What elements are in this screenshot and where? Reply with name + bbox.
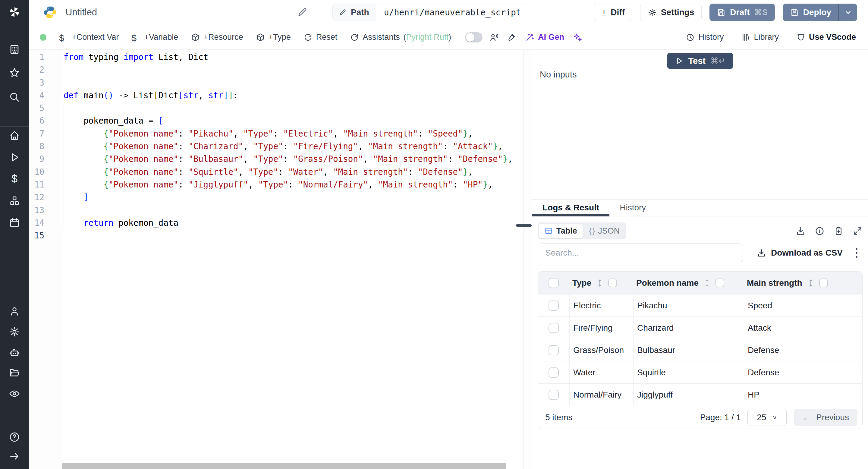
format-brush-icon[interactable] (507, 33, 516, 42)
code-lines[interactable]: from typing import List, Dictdef main() … (62, 50, 524, 469)
path-value[interactable]: u/henri/maneuverable_script (376, 4, 529, 21)
select-all-checkbox[interactable] (549, 278, 559, 288)
assistants-status: Pyright Ruff (406, 33, 448, 41)
resources-cubes-icon[interactable] (8, 194, 21, 208)
sparkles-icon[interactable] (572, 33, 582, 42)
code-line[interactable] (64, 63, 524, 76)
column-pin-checkbox[interactable] (715, 279, 724, 287)
view-json-button[interactable]: JSON (584, 224, 625, 238)
download-result-icon[interactable] (796, 226, 806, 236)
code-line[interactable]: return pokemon_data (64, 216, 524, 229)
add-variable-button[interactable]: +Variable (131, 33, 178, 42)
table-cell: Normal/Fairy (569, 384, 633, 406)
code-line[interactable]: pokemon_data = [ (64, 114, 524, 127)
path-field[interactable]: Path u/henri/maneuverable_script (333, 4, 529, 21)
code-line[interactable]: {"Pokemon name": "Pikachu", "Type": "Ele… (64, 127, 524, 140)
page-info: Page: 1 / 1 (700, 413, 741, 422)
items-count: 5 items (545, 413, 572, 422)
column-header[interactable]: Type (569, 278, 633, 288)
reset-button[interactable]: Reset (304, 33, 338, 42)
settings-gear-icon[interactable] (8, 325, 21, 339)
code-line[interactable] (64, 101, 524, 114)
code-line[interactable]: {"Pokemon name": "Jigglypuff", "Type": "… (64, 178, 524, 191)
page-size-select[interactable]: 25 ∨ (747, 409, 786, 426)
code-line[interactable]: {"Pokemon name": "Bulbasaur", "Type": "G… (64, 153, 524, 165)
info-icon[interactable] (815, 226, 825, 236)
workspace-building-icon[interactable] (8, 43, 21, 56)
line-number: 11 (29, 178, 62, 191)
column-pin-checkbox[interactable] (819, 279, 828, 287)
multiplayer-toggle[interactable] (465, 32, 483, 42)
table-row[interactable]: Grass/PoisonBulbasaurDefense (538, 339, 862, 361)
panel-splitter[interactable] (524, 50, 532, 469)
add-resource-button[interactable]: +Resource (191, 33, 243, 42)
table-cell: Bulbasaur (633, 339, 744, 361)
history-button[interactable]: History (686, 33, 724, 42)
tab-history[interactable]: History (610, 199, 656, 216)
row-checkbox[interactable] (549, 345, 559, 355)
previous-page-button[interactable]: Previous (794, 409, 858, 426)
add-context-var-button[interactable]: +Context Var (59, 33, 119, 42)
windmill-logo-icon[interactable] (8, 5, 21, 19)
expand-fullscreen-icon[interactable] (852, 226, 863, 236)
column-pin-checkbox[interactable] (608, 279, 617, 287)
row-checkbox[interactable] (549, 301, 559, 311)
splitter-drag-handle[interactable] (516, 224, 532, 227)
search-input[interactable] (538, 244, 743, 262)
variables-dollar-icon[interactable]: $ (8, 173, 21, 186)
row-checkbox[interactable] (549, 368, 559, 378)
user-icon[interactable] (8, 305, 21, 318)
code-line[interactable]: {"Pokemon name": "Squirtle", "Type": "Wa… (64, 165, 524, 178)
schedules-calendar-icon[interactable] (8, 216, 21, 229)
code-line[interactable] (64, 229, 524, 242)
sort-icon[interactable] (595, 278, 604, 288)
expand-sidebar-arrow-icon[interactable] (8, 450, 21, 463)
favorites-star-icon[interactable] (8, 66, 21, 79)
table-menu-kebab[interactable] (850, 246, 863, 259)
view-table-button[interactable]: Table (539, 224, 583, 238)
code-line[interactable]: def main() -> List[Dict[str, str]]: (64, 89, 524, 101)
audit-eye-icon[interactable] (8, 387, 21, 400)
use-vscode-button[interactable]: Use VScode (796, 33, 856, 42)
line-number: 7 (29, 127, 62, 140)
row-checkbox[interactable] (549, 323, 559, 333)
folders-icon[interactable] (8, 366, 21, 379)
runs-play-icon[interactable] (8, 151, 21, 164)
search-icon[interactable] (8, 90, 21, 104)
library-button[interactable]: Library (741, 33, 779, 42)
table-row[interactable]: Fire/FlyingCharizardAttack (538, 316, 862, 339)
workers-robot-icon[interactable] (8, 346, 21, 359)
help-icon[interactable] (8, 430, 21, 444)
row-checkbox[interactable] (549, 390, 559, 400)
assistants-button[interactable]: Assistants (Pyright Ruff) (350, 33, 451, 42)
sort-icon[interactable] (703, 278, 712, 288)
column-header[interactable]: Main strength (744, 278, 862, 288)
code-line[interactable]: from typing import List, Dict (64, 51, 524, 63)
tab-logs-result[interactable]: Logs & Result (532, 199, 610, 216)
table-row[interactable]: WaterSquirtleDefense (538, 361, 862, 383)
test-button[interactable]: Test ⌘↵ (667, 53, 733, 69)
download-csv-button[interactable]: Download as CSV (757, 248, 843, 258)
code-line[interactable]: ] (64, 191, 524, 204)
draft-button[interactable]: Draft ⌘S (710, 4, 775, 21)
deploy-dropdown-chevron[interactable] (838, 4, 857, 21)
code-line[interactable] (64, 204, 524, 216)
table-row[interactable]: Normal/FairyJigglypuffHP (538, 383, 862, 406)
deploy-button[interactable]: Deploy (783, 4, 838, 21)
edit-title-pencil-icon[interactable] (297, 7, 308, 18)
home-icon[interactable] (8, 129, 21, 142)
diff-button[interactable]: ± Diff (594, 4, 632, 21)
table-row[interactable]: ElectricPikachuSpeed (538, 294, 862, 316)
add-type-button[interactable]: +Type (256, 33, 291, 42)
code-line[interactable]: {"Pokemon name": "Charizard", "Type": "F… (64, 140, 524, 153)
refresh-icon (350, 33, 359, 42)
code-line[interactable] (64, 76, 524, 89)
sort-icon[interactable] (806, 278, 815, 288)
settings-button[interactable]: Settings (640, 4, 702, 21)
code-editor[interactable]: 123456789101112131415 from typing import… (29, 50, 524, 469)
horizontal-scrollbar[interactable] (62, 463, 506, 469)
user-voice-icon[interactable] (489, 33, 499, 42)
ai-gen-button[interactable]: AI Gen (525, 33, 564, 42)
copy-clipboard-icon[interactable] (834, 226, 844, 236)
column-header[interactable]: Pokemon name (633, 278, 744, 288)
